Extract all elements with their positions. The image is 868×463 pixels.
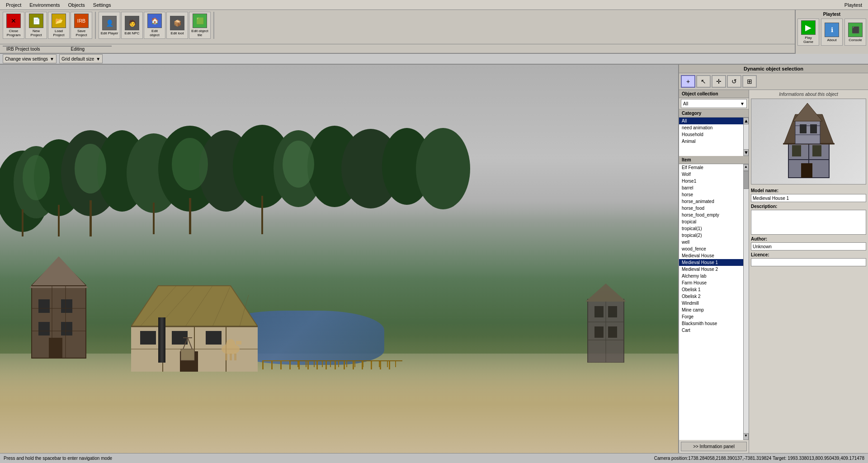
svg-rect-30 bbox=[61, 299, 72, 313]
save-project-button[interactable]: IRB SaveProject bbox=[71, 12, 92, 39]
svg-point-23 bbox=[283, 141, 314, 188]
edit-player-button[interactable]: 👤 Edit Player bbox=[99, 12, 120, 39]
list-item[interactable]: horse bbox=[679, 191, 749, 198]
svg-rect-91 bbox=[812, 145, 821, 156]
svg-rect-31 bbox=[38, 322, 50, 335]
svg-rect-14 bbox=[22, 209, 24, 236]
console-icon: ⬛ bbox=[848, 23, 863, 37]
menu-objects[interactable]: Objects bbox=[64, 1, 89, 9]
list-item[interactable]: well bbox=[679, 239, 749, 246]
list-item[interactable]: Forge bbox=[679, 313, 749, 320]
author-field: Unknown bbox=[751, 242, 866, 250]
grid-tool-button[interactable]: ⊞ bbox=[742, 75, 757, 88]
list-item[interactable]: Medieval House 2 bbox=[679, 266, 749, 273]
svg-rect-32 bbox=[61, 322, 72, 335]
save-project-icon: IRB bbox=[74, 14, 89, 28]
list-item[interactable]: Obelisk 2 bbox=[679, 293, 749, 300]
description-label: Description: bbox=[751, 204, 866, 209]
dropdown-arrow-icon: ▼ bbox=[740, 101, 745, 106]
grid-size-dropdown[interactable]: Grid default size ▼ bbox=[59, 54, 103, 63]
list-item[interactable]: Mine camp bbox=[679, 307, 749, 313]
description-field[interactable] bbox=[751, 210, 866, 235]
load-project-icon: 📂 bbox=[52, 14, 66, 28]
move-tool-button[interactable]: ✛ bbox=[712, 75, 726, 88]
svg-rect-70 bbox=[608, 306, 617, 317]
model-name-field: Medieval House 1 bbox=[751, 194, 866, 202]
svg-rect-74 bbox=[181, 349, 194, 360]
item-list[interactable]: Elf Female Wolf Horse1 barrel horse hors… bbox=[679, 164, 749, 440]
list-item[interactable]: tropical(2) bbox=[679, 232, 749, 239]
svg-marker-88 bbox=[793, 103, 822, 121]
list-item[interactable]: horse_food bbox=[679, 205, 749, 212]
list-item[interactable]: horse_food_empty bbox=[679, 212, 749, 218]
licence-label: Licence: bbox=[751, 252, 866, 257]
svg-marker-28 bbox=[29, 256, 88, 288]
svg-rect-15 bbox=[58, 205, 60, 236]
edit-loot-button[interactable]: 📦 Edit loot bbox=[166, 12, 188, 39]
svg-rect-17 bbox=[153, 203, 155, 234]
category-item[interactable]: All bbox=[679, 118, 749, 124]
playtest-title: Playtest bbox=[823, 12, 840, 17]
list-item[interactable]: barrel bbox=[679, 184, 749, 191]
close-program-button[interactable]: ✕ Close Program bbox=[3, 12, 24, 39]
play-game-button[interactable]: ▶ PlayGame bbox=[797, 19, 819, 46]
list-item[interactable]: Elf Female bbox=[679, 164, 749, 171]
menu-playtest[interactable]: Playtest bbox=[840, 1, 866, 9]
list-item[interactable]: horse_animated bbox=[679, 198, 749, 205]
category-list[interactable]: All need animation Household Animal ▲ ▼ bbox=[679, 118, 749, 156]
play-game-icon: ▶ bbox=[801, 20, 816, 35]
menu-environments[interactable]: Environments bbox=[25, 1, 64, 9]
edit-npc-button[interactable]: 🧑 Edit NPC bbox=[121, 12, 143, 39]
list-item-medieval-house-1[interactable]: Medieval House 1 bbox=[679, 259, 749, 266]
edit-object-button[interactable]: 🏠 Editobject bbox=[144, 12, 165, 39]
new-project-button[interactable]: 📄 NewProject bbox=[25, 12, 47, 39]
object-collection-label: Object collection bbox=[679, 90, 749, 98]
new-project-icon: 📄 bbox=[29, 14, 43, 28]
select-tool-button[interactable]: ↖ bbox=[696, 75, 711, 88]
list-item[interactable]: Cart bbox=[679, 327, 749, 334]
svg-rect-16 bbox=[90, 200, 92, 236]
list-item[interactable]: Blacksmith house bbox=[679, 320, 749, 327]
list-item[interactable]: tropical bbox=[679, 218, 749, 225]
edit-object-tile-button[interactable]: 🟩 Edit objecttile bbox=[189, 12, 211, 39]
info-panel-title: Informations about this object bbox=[751, 92, 866, 97]
list-item[interactable]: Horse1 bbox=[679, 178, 749, 184]
list-item[interactable]: Obelisk 1 bbox=[679, 286, 749, 293]
panel-title: Dynamic object selection bbox=[679, 65, 868, 73]
edit-player-icon: 👤 bbox=[102, 16, 117, 30]
list-item[interactable]: wood_fence bbox=[679, 246, 749, 252]
svg-rect-18 bbox=[189, 198, 191, 234]
category-item-animal[interactable]: Animal bbox=[679, 138, 749, 145]
licence-field bbox=[751, 258, 866, 266]
list-item[interactable]: Wolf bbox=[679, 171, 749, 178]
svg-rect-53 bbox=[140, 331, 156, 345]
chevron-down-icon: ▼ bbox=[96, 57, 100, 61]
load-project-button[interactable]: 📂 LoadProject bbox=[48, 12, 70, 39]
rotate-tool-button[interactable]: ↺ bbox=[727, 75, 741, 88]
list-item[interactable]: Farm House bbox=[679, 279, 749, 286]
information-panel-button[interactable]: >> Information panel bbox=[681, 442, 747, 451]
menu-settings[interactable]: Settings bbox=[89, 1, 115, 9]
editing-section-label: Editing bbox=[43, 46, 112, 52]
list-item[interactable]: Windmill bbox=[679, 300, 749, 307]
console-button[interactable]: ⬛ Console bbox=[844, 19, 866, 46]
category-item-household[interactable]: Household bbox=[679, 131, 749, 138]
category-item[interactable]: need animation bbox=[679, 124, 749, 131]
object-preview bbox=[751, 99, 866, 184]
menu-project[interactable]: Project bbox=[2, 1, 25, 9]
svg-rect-71 bbox=[594, 326, 604, 338]
category-label: Category bbox=[679, 109, 749, 118]
about-button[interactable]: ℹ About bbox=[821, 19, 843, 46]
list-item[interactable]: tropical(1) bbox=[679, 225, 749, 232]
object-collection-dropdown[interactable]: All ▼ bbox=[681, 99, 747, 108]
svg-marker-39 bbox=[131, 286, 258, 326]
svg-rect-19 bbox=[261, 196, 263, 234]
author-label: Author: bbox=[751, 236, 866, 241]
svg-rect-90 bbox=[792, 145, 801, 156]
list-item[interactable]: Medieval House bbox=[679, 252, 749, 259]
edit-object-tile-icon: 🟩 bbox=[193, 14, 207, 28]
view-settings-dropdown[interactable]: Change view settings ▼ bbox=[3, 54, 57, 63]
add-tool-button[interactable]: + bbox=[681, 75, 695, 88]
svg-rect-61 bbox=[234, 354, 236, 360]
list-item[interactable]: Alchemy lab bbox=[679, 273, 749, 279]
